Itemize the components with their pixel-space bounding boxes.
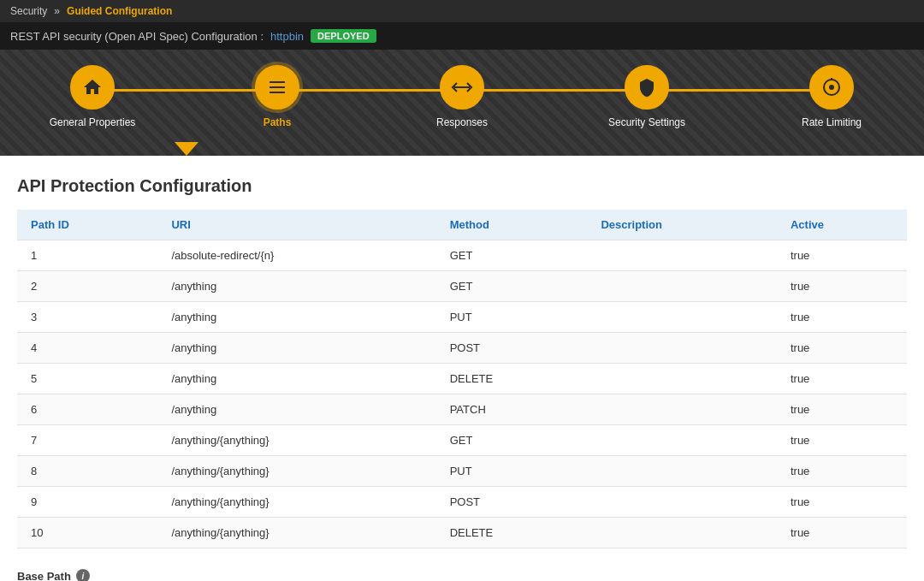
cell-uri: /anything bbox=[157, 333, 435, 364]
cell-description bbox=[587, 487, 777, 518]
col-header-uri: URI bbox=[157, 210, 435, 240]
wizard-step-responses[interactable]: Responses bbox=[411, 65, 513, 128]
responses-icon bbox=[440, 65, 484, 110]
col-header-description: Description bbox=[587, 210, 777, 240]
general-properties-icon bbox=[70, 65, 115, 110]
table-row[interactable]: 7 /anything/{anything} GET true bbox=[17, 425, 907, 456]
table-row[interactable]: 5 /anything DELETE true bbox=[17, 364, 907, 394]
table-header: Path ID URI Method Description Active bbox=[17, 210, 907, 240]
cell-uri: /anything/{anything} bbox=[157, 456, 435, 487]
wizard-step-security-settings[interactable]: Security Settings bbox=[595, 65, 698, 128]
wizard-steps: General Properties Paths R bbox=[0, 65, 924, 139]
cell-description bbox=[587, 240, 777, 271]
security-settings-icon bbox=[625, 65, 669, 110]
cell-active: true bbox=[777, 425, 907, 456]
col-header-active: Active bbox=[777, 210, 907, 240]
cell-path-id: 4 bbox=[17, 333, 157, 364]
api-protection-table: Path ID URI Method Description Active 1 … bbox=[17, 210, 907, 548]
cell-description bbox=[587, 518, 777, 548]
cell-active: true bbox=[777, 456, 907, 487]
cell-path-id: 9 bbox=[17, 487, 157, 518]
cell-uri: /anything bbox=[157, 302, 435, 333]
guided-config-label: Guided Configuration bbox=[67, 5, 172, 17]
table-row[interactable]: 2 /anything GET true bbox=[17, 271, 907, 302]
security-settings-label: Security Settings bbox=[608, 116, 685, 128]
svg-rect-2 bbox=[270, 92, 285, 93]
cell-uri: /anything bbox=[157, 394, 435, 425]
cell-active: true bbox=[777, 271, 907, 302]
cell-method: GET bbox=[436, 240, 588, 271]
table-row[interactable]: 6 /anything PATCH true bbox=[17, 394, 907, 425]
svg-rect-0 bbox=[270, 81, 285, 83]
rate-limiting-icon bbox=[809, 65, 854, 110]
cell-active: true bbox=[777, 364, 907, 394]
cell-uri: /anything/{anything} bbox=[157, 487, 435, 518]
table-row[interactable]: 1 /absolute-redirect/{n} GET true bbox=[17, 240, 907, 271]
cell-description bbox=[587, 364, 777, 394]
base-path-section: Base Path i bbox=[17, 569, 907, 581]
cell-description bbox=[587, 394, 777, 425]
main-content: API Protection Configuration Path ID URI… bbox=[0, 156, 924, 581]
table-row[interactable]: 9 /anything/{anything} POST true bbox=[17, 487, 907, 518]
paths-icon bbox=[255, 65, 299, 110]
cell-path-id: 10 bbox=[17, 518, 157, 548]
cell-active: true bbox=[777, 518, 907, 548]
base-path-text: Base Path bbox=[17, 570, 71, 582]
cell-method: POST bbox=[436, 333, 588, 364]
wizard-step-general-properties[interactable]: General Properties bbox=[41, 65, 144, 128]
cell-description bbox=[587, 333, 777, 364]
cell-method: DELETE bbox=[436, 364, 588, 394]
cell-active: true bbox=[777, 333, 907, 364]
table-row[interactable]: 3 /anything PUT true bbox=[17, 302, 907, 333]
col-header-path-id: Path ID bbox=[17, 210, 157, 240]
cell-path-id: 5 bbox=[17, 364, 157, 394]
top-bar: Security » Guided Configuration bbox=[0, 0, 924, 22]
col-header-method: Method bbox=[436, 210, 588, 240]
cell-active: true bbox=[777, 240, 907, 271]
cell-method: GET bbox=[436, 425, 588, 456]
cell-path-id: 2 bbox=[17, 271, 157, 302]
paths-label: Paths bbox=[264, 116, 292, 128]
cell-description bbox=[587, 271, 777, 302]
cell-path-id: 8 bbox=[17, 456, 157, 487]
rest-api-bar: REST API security (Open API Spec) Config… bbox=[0, 22, 924, 50]
responses-label: Responses bbox=[436, 116, 488, 128]
cell-description bbox=[587, 425, 777, 456]
cell-method: PUT bbox=[436, 302, 588, 333]
cell-method: DELETE bbox=[436, 518, 588, 548]
general-properties-label: General Properties bbox=[50, 116, 136, 128]
chevron-separator: » bbox=[54, 5, 60, 17]
cell-active: true bbox=[777, 394, 907, 425]
rate-limiting-label: Rate Limiting bbox=[802, 116, 862, 128]
cell-uri: /anything bbox=[157, 364, 435, 394]
cell-description bbox=[587, 302, 777, 333]
wizard-nav: General Properties Paths R bbox=[0, 50, 924, 156]
cell-path-id: 6 bbox=[17, 394, 157, 425]
cell-path-id: 1 bbox=[17, 240, 157, 271]
info-icon: i bbox=[76, 569, 90, 581]
table-row[interactable]: 10 /anything/{anything} DELETE true bbox=[17, 518, 907, 548]
cell-uri: /absolute-redirect/{n} bbox=[157, 240, 435, 271]
base-path-label: Base Path i bbox=[17, 569, 907, 581]
wizard-step-paths[interactable]: Paths bbox=[226, 65, 329, 128]
wizard-step-rate-limiting[interactable]: Rate Limiting bbox=[780, 65, 883, 128]
deployed-badge: DEPLOYED bbox=[311, 29, 376, 43]
cell-method: POST bbox=[436, 487, 588, 518]
cell-active: true bbox=[777, 302, 907, 333]
cell-method: PUT bbox=[436, 456, 588, 487]
cell-path-id: 3 bbox=[17, 302, 157, 333]
security-label: Security bbox=[10, 5, 47, 17]
rest-api-link[interactable]: httpbin bbox=[270, 30, 304, 43]
section-title: API Protection Configuration bbox=[17, 176, 907, 196]
cell-uri: /anything bbox=[157, 271, 435, 302]
svg-rect-1 bbox=[270, 86, 285, 88]
table-row[interactable]: 8 /anything/{anything} PUT true bbox=[17, 456, 907, 487]
table-row[interactable]: 4 /anything POST true bbox=[17, 333, 907, 364]
cell-method: PATCH bbox=[436, 394, 588, 425]
active-step-arrow bbox=[175, 142, 198, 156]
cell-active: true bbox=[777, 487, 907, 518]
cell-uri: /anything/{anything} bbox=[157, 425, 435, 456]
cell-method: GET bbox=[436, 271, 588, 302]
rest-api-label: REST API security (Open API Spec) Config… bbox=[10, 30, 264, 43]
cell-path-id: 7 bbox=[17, 425, 157, 456]
